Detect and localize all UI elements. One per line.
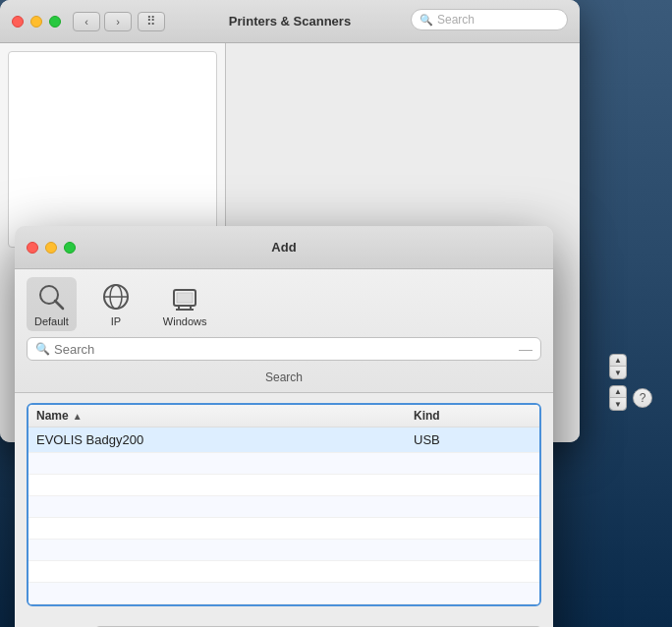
empty-row [28, 453, 539, 475]
stepper-up-2[interactable]: ▲ [610, 386, 626, 398]
printer-kind: USB [414, 432, 532, 447]
printer-list-container: Name ▲ Kind EVOLIS Badgy200 USB [27, 403, 541, 606]
windows-label: Windows [163, 315, 207, 327]
grid-icon: ⠿ [146, 14, 156, 28]
empty-row [28, 540, 539, 561]
prefs-search-placeholder: Search [437, 13, 475, 27]
help-button[interactable]: ? [633, 388, 652, 408]
close-button[interactable] [12, 16, 24, 28]
back-button[interactable]: ‹ [73, 12, 100, 31]
nav-buttons: ‹ › [73, 12, 132, 31]
empty-row [28, 496, 539, 518]
dialog-traffic-lights [27, 242, 76, 254]
forward-button[interactable]: › [104, 12, 132, 31]
prefs-titlebar: ‹ › ⠿ Printers & Scanners 🔍 Search [0, 0, 580, 43]
toolbar-windows-button[interactable]: Windows [155, 277, 215, 331]
toolbar-search-bar[interactable]: 🔍 — [27, 337, 541, 361]
empty-row [28, 475, 539, 496]
toolbar-icons: Default IP Windows [27, 277, 541, 331]
maximize-button[interactable] [49, 16, 61, 28]
default-icon [35, 281, 67, 313]
sidebar-printer-list [8, 51, 217, 248]
search-icon: 🔍 [420, 14, 433, 27]
dialog-toolbar: Default IP Windows 🔍 — Search [15, 269, 553, 393]
stepper-up-1[interactable]: ▲ [610, 355, 626, 367]
dialog-titlebar: Add [15, 226, 553, 269]
add-dialog: Add Default IP Windows [15, 226, 553, 627]
printer-name: EVOLIS Badgy200 [36, 432, 414, 447]
back-icon: ‹ [84, 16, 88, 28]
empty-row [28, 561, 539, 583]
printer-list-header: Name ▲ Kind [28, 405, 539, 428]
prefs-window-title: Printers & Scanners [229, 14, 351, 28]
empty-row [28, 518, 539, 540]
ip-icon [100, 281, 132, 313]
dialog-title: Add [271, 240, 296, 255]
toolbar-tabs: Search [27, 370, 541, 384]
dialog-minimize-button[interactable] [45, 242, 57, 254]
right-controls: ▲ ▼ ▲ ▼ ? [609, 354, 652, 411]
col-kind-header[interactable]: Kind [414, 409, 532, 423]
col-name-header[interactable]: Name ▲ [36, 409, 414, 423]
windows-icon [169, 281, 200, 313]
printer-list-body: EVOLIS Badgy200 USB [28, 428, 539, 604]
minimize-button[interactable] [30, 16, 42, 28]
ip-label: IP [111, 315, 121, 327]
search-clear-button[interactable]: — [519, 341, 532, 357]
stepper-down-2[interactable]: ▼ [610, 398, 626, 410]
default-label: Default [34, 315, 69, 327]
toolbar-ip-button[interactable]: IP [92, 277, 140, 331]
help-icon: ? [640, 391, 646, 405]
forward-icon: › [116, 16, 120, 28]
dialog-form: Name: Location: Use: ⌄ [15, 616, 553, 627]
stepper-1: ▲ ▼ [609, 354, 627, 379]
svg-rect-6 [177, 293, 193, 303]
toolbar-search-input[interactable] [54, 342, 515, 357]
dialog-close-button[interactable] [27, 242, 38, 254]
stepper-down-1[interactable]: ▼ [610, 367, 626, 378]
stepper-2: ▲ ▼ [609, 385, 627, 411]
empty-row [28, 583, 539, 604]
table-row[interactable]: EVOLIS Badgy200 USB [28, 428, 539, 453]
col-name-label: Name [36, 409, 69, 423]
traffic-lights [12, 16, 61, 28]
svg-line-1 [55, 301, 63, 309]
grid-button[interactable]: ⠿ [138, 12, 165, 31]
sort-arrow-icon: ▲ [73, 411, 83, 422]
dialog-maximize-button[interactable] [64, 242, 76, 254]
toolbar-default-button[interactable]: Default [27, 277, 77, 331]
prefs-search-bar[interactable]: 🔍 Search [411, 9, 568, 30]
search-tab-label: Search [265, 370, 303, 384]
toolbar-search-icon: 🔍 [35, 342, 50, 356]
